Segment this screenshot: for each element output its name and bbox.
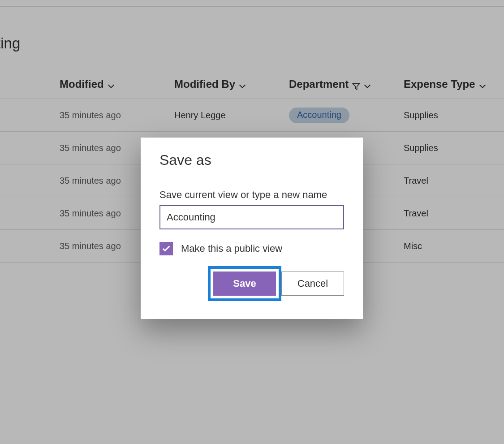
view-name-input[interactable]: [159, 205, 344, 229]
save-button-highlight: Save: [208, 266, 281, 301]
public-view-checkbox-row[interactable]: Make this a public view: [159, 242, 344, 255]
public-view-checkbox-label: Make this a public view: [181, 243, 282, 254]
public-view-checkbox[interactable]: [159, 242, 173, 255]
save-button[interactable]: Save: [213, 272, 276, 296]
view-name-label: Save current view or type a new name: [159, 189, 344, 201]
save-as-dialog: Save as Save current view or type a new …: [141, 138, 363, 319]
cancel-button[interactable]: Cancel: [281, 272, 344, 296]
check-icon: [161, 244, 171, 254]
dialog-button-row: Save Cancel: [159, 266, 344, 301]
dialog-title: Save as: [159, 152, 344, 168]
